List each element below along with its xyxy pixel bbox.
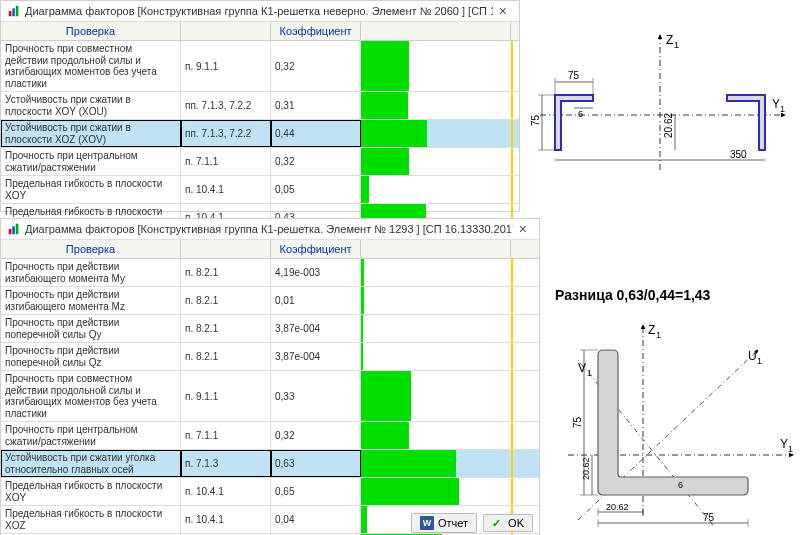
table-row[interactable]: Прочность при совместном действии продол… <box>1 371 539 422</box>
cell-coef: 3,87e-004 <box>271 343 361 370</box>
cell-ref: п. 8.2.1 <box>181 343 271 370</box>
cell-coef: 0,01 <box>271 287 361 314</box>
limit-line <box>511 371 513 421</box>
svg-rect-25 <box>16 224 19 235</box>
svg-text:75: 75 <box>530 114 541 126</box>
utilization-bar <box>361 120 427 147</box>
svg-text:Z: Z <box>666 33 673 47</box>
close-icon[interactable]: × <box>513 221 533 237</box>
cell-coef: 3,87e-004 <box>271 315 361 342</box>
table-row[interactable]: Устойчивость при сжатии в плоскости XOZ … <box>1 120 519 148</box>
titlebar[interactable]: Диаграмма факторов [Конструктивная групп… <box>1 219 539 240</box>
window-factors-2060: Диаграмма факторов [Конструктивная групп… <box>0 0 520 212</box>
limit-line <box>511 148 513 175</box>
hdr-check: Проверка <box>1 22 181 40</box>
table-row[interactable]: Прочность при центральном сжатии/растяже… <box>1 148 519 176</box>
utilization-bar <box>361 287 364 314</box>
cell-coef: 4,19e-003 <box>271 259 361 286</box>
svg-text:Y: Y <box>772 97 780 111</box>
table-body: Прочность при действии изгибающего момен… <box>1 259 539 535</box>
app-icon <box>7 4 21 18</box>
cell-ref: п. 10.4.1 <box>181 176 271 203</box>
cell-ref: пп. 7.1.3, 7.2.2 <box>181 120 271 147</box>
svg-rect-2 <box>16 6 19 17</box>
cell-bar <box>361 422 511 449</box>
app-icon <box>7 222 21 236</box>
window-title: Диаграмма факторов [Конструктивная групп… <box>25 5 493 17</box>
close-icon[interactable]: × <box>493 3 513 19</box>
dialog-footer: WОтчет ✓OK <box>411 513 533 533</box>
cell-check: Прочность при центральном сжатии/растяже… <box>1 148 181 175</box>
cell-check: Предельная гибкость в плоскости XOY <box>1 176 181 203</box>
svg-text:6: 6 <box>678 480 683 490</box>
cell-coef: 0,31 <box>271 92 361 119</box>
svg-text:20.62: 20.62 <box>581 457 591 480</box>
ok-button[interactable]: ✓OK <box>483 514 533 532</box>
cell-bar <box>361 259 511 286</box>
cell-coef: 0,05 <box>271 176 361 203</box>
cell-coef: 0,33 <box>271 371 361 421</box>
window-title: Диаграмма факторов [Конструктивная групп… <box>25 223 513 235</box>
table-row[interactable]: Прочность при центральном сжатии/растяже… <box>1 422 539 450</box>
table-row[interactable]: Прочность при действии изгибающего момен… <box>1 287 539 315</box>
cell-check: Устойчивость при сжатии уголка относител… <box>1 450 181 477</box>
cell-ref: п. 8.2.1 <box>181 287 271 314</box>
utilization-bar <box>361 92 408 119</box>
limit-line <box>511 478 513 505</box>
check-icon: ✓ <box>492 517 504 529</box>
utilization-bar <box>361 450 456 477</box>
titlebar[interactable]: Диаграмма факторов [Конструктивная групп… <box>1 1 519 22</box>
table-row[interactable]: Прочность при действии изгибающего момен… <box>1 259 539 287</box>
report-button[interactable]: WОтчет <box>411 513 477 533</box>
cell-coef: 0,32 <box>271 41 361 91</box>
utilization-bar <box>361 343 363 370</box>
table-row[interactable]: Устойчивость при сжатии в плоскости XOY … <box>1 92 519 120</box>
cell-bar <box>361 343 511 370</box>
svg-text:1: 1 <box>587 368 592 378</box>
svg-text:20.62: 20.62 <box>606 502 629 512</box>
cell-ref: п. 8.2.1 <box>181 315 271 342</box>
svg-text:1: 1 <box>780 104 785 114</box>
cell-check: Устойчивость при сжатии в плоскости XOZ … <box>1 120 181 147</box>
cell-check: Прочность при совместном действии продол… <box>1 371 181 421</box>
table-body: Прочность при совместном действии продол… <box>1 41 519 232</box>
cell-ref: п. 7.1.3 <box>181 450 271 477</box>
table-row[interactable]: Прочность при действии поперечной силы Q… <box>1 315 539 343</box>
cell-ref: п. 9.1.1 <box>181 371 271 421</box>
cell-bar <box>361 315 511 342</box>
table-row[interactable]: Устойчивость при сжатии уголка относител… <box>1 450 539 478</box>
limit-line <box>511 315 513 342</box>
svg-rect-1 <box>12 8 15 16</box>
limit-line <box>511 287 513 314</box>
limit-line <box>511 422 513 449</box>
svg-text:1: 1 <box>656 330 661 340</box>
hdr-bar <box>361 240 511 258</box>
difference-label: Разница 0,63/0,44=1,43 <box>555 287 710 303</box>
cell-bar <box>361 120 511 147</box>
cell-check: Прочность при совместном действии продол… <box>1 41 181 91</box>
table-row[interactable]: Предельная гибкость в плоскости XOYп. 10… <box>1 176 519 204</box>
cell-check: Прочность при действии поперечной силы Q… <box>1 315 181 342</box>
limit-line <box>511 92 513 119</box>
cell-ref: пп. 7.1.3, 7.2.2 <box>181 92 271 119</box>
limit-line <box>511 176 513 203</box>
table-row[interactable]: Прочность при действии поперечной силы Q… <box>1 343 539 371</box>
utilization-bar <box>361 259 364 286</box>
svg-text:350: 350 <box>730 149 747 160</box>
cell-bar <box>361 148 511 175</box>
svg-text:20.62: 20.62 <box>663 113 674 138</box>
svg-text:75: 75 <box>572 416 583 428</box>
utilization-bar <box>361 41 409 91</box>
cell-check: Устойчивость при сжатии в плоскости XOY … <box>1 92 181 119</box>
cell-bar <box>361 371 511 421</box>
svg-text:U: U <box>748 349 757 363</box>
table-row[interactable]: Предельная гибкость в плоскости XOYп. 10… <box>1 478 539 506</box>
table-row[interactable]: Прочность при совместном действии продол… <box>1 41 519 92</box>
limit-line <box>511 120 513 147</box>
limit-line <box>511 41 513 91</box>
cell-bar <box>361 41 511 91</box>
cell-ref: п. 8.2.1 <box>181 259 271 286</box>
cell-coef: 0,44 <box>271 120 361 147</box>
svg-text:V: V <box>578 361 586 375</box>
section-diagram-angle: Z1 Y1 U1 V1 75 20.62 20.62 75 6 <box>548 320 798 530</box>
